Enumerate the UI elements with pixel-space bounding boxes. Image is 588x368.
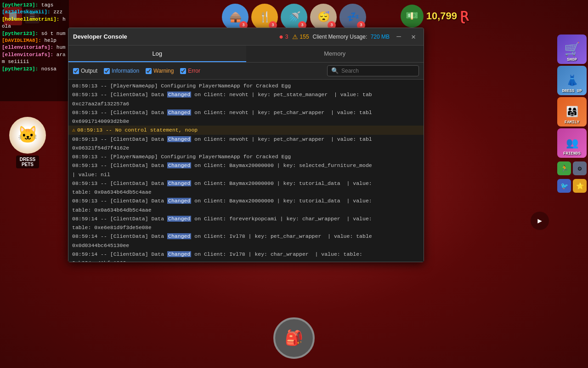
chat-panel: [pyther123]: tags [az34leskawaii]: zzz […: [0, 0, 69, 101]
log-line-9: 08:59:14 -- [ClientData] Data Changed on…: [68, 214, 424, 223]
chat-line-5: [DAVIDLIMA8]: help: [2, 37, 67, 44]
filter-information-checkbox[interactable]: Information: [104, 68, 139, 74]
chat-line-8: [pyther123]: nossa: [2, 66, 67, 73]
console-title: Developer Console: [73, 33, 275, 40]
friends-button[interactable]: 👥 FRIENDS: [557, 128, 587, 158]
shop-label: SHOP: [557, 58, 587, 62]
run-icon-button[interactable]: 🏃: [557, 161, 571, 175]
currency-display: 💵 10,799 Ɽ: [401, 5, 469, 28]
warning-checkbox-input[interactable]: [146, 68, 152, 74]
pet-label: DRESSPETS: [16, 155, 39, 168]
log-line-4: 08:59:13 -- [ClientData] Data Changed on…: [68, 135, 424, 144]
robux-icon: Ɽ: [460, 9, 469, 24]
log-line-2: 08:59:13 -- [ClientData] Data Changed on…: [68, 90, 424, 99]
information-checkbox-input[interactable]: [104, 68, 110, 74]
console-filter-bar: Output Information Warning Error 🔍: [68, 63, 424, 80]
log-line-9b: table: 0xe6e81d9f3de5e08e: [68, 223, 424, 232]
backpack-button[interactable]: 🎒: [273, 317, 315, 359]
log-line-10b: 0x0d0344bc645130ee: [68, 241, 424, 250]
chat-line-4: [pyther123]: só t num: [2, 30, 67, 37]
developer-console: Developer Console ● 3 ⚠ 155 Client Memor…: [68, 28, 424, 262]
log-line-3b: 0x69917140093d2b8e: [68, 117, 424, 126]
twitter-icon-button[interactable]: 🐦: [557, 179, 571, 193]
error-circle-icon: ●: [279, 33, 283, 41]
dress-label: DRESS UP: [557, 89, 587, 93]
search-input[interactable]: [341, 68, 415, 74]
pet-panel[interactable]: 🐱 DRESSPETS: [5, 110, 51, 175]
right-sidebar: 🛒 SHOP 👗 DRESS UP 👨‍👩‍👧 FAMILY 👥 FRIENDS…: [556, 0, 588, 368]
log-line-6b: | value: nil: [68, 170, 424, 179]
log-line-8: 08:59:13 -- [ClientData] Data Changed on…: [68, 196, 424, 205]
backpack-icon: 🎒: [285, 329, 303, 347]
log-line-11: 08:59:14 -- [ClientData] Data Changed on…: [68, 250, 424, 259]
tab-memory[interactable]: Memory: [246, 46, 424, 62]
shop-button[interactable]: 🛒 SHOP: [557, 34, 587, 64]
dress-up-button[interactable]: 👗 DRESS UP: [557, 66, 587, 95]
tab-log[interactable]: Log: [68, 46, 246, 62]
play-arrow-button[interactable]: ▶: [531, 212, 549, 230]
bottom-sidebar-icons: 🏃 ⚙️: [557, 161, 587, 175]
filter-error-checkbox[interactable]: Error: [180, 68, 200, 74]
currency-amount: 10,799: [426, 10, 457, 22]
settings-icon-button[interactable]: ⚙️: [573, 161, 587, 175]
output-checkbox-input[interactable]: [73, 68, 79, 74]
log-line-4b: 0x06321f54d7f4162e: [68, 144, 424, 152]
warning-triangle-icon: ⚠: [292, 33, 298, 40]
family-label: FAMILY: [557, 120, 587, 125]
star-icon-button[interactable]: ⭐: [573, 179, 587, 193]
log-line-3: 08:59:13 -- [ClientData] Data Changed on…: [68, 108, 424, 117]
friends-label: FRIENDS: [557, 151, 587, 156]
log-line-7: 08:59:13 -- [ClientData] Data Changed on…: [68, 179, 424, 188]
error-checkbox-input[interactable]: [180, 68, 186, 74]
search-icon: 🔍: [331, 67, 339, 75]
log-line-11b: 0xb934ee41bfc1962e: [68, 259, 424, 262]
console-memory-info: Client Memory Usage: 720 MB: [313, 34, 390, 40]
chat-line-1: [pyther123]: tags: [2, 2, 67, 9]
chat-line-7: [ellenvitoriafs]: aram seiiiii: [2, 52, 67, 66]
console-minimize-button[interactable]: —: [393, 31, 404, 42]
chat-line-2: [az34leskawaii]: zzz: [2, 9, 67, 16]
chat-line-6: [ellenvitoriafs]: hum: [2, 44, 67, 51]
console-tabs: Log Memory: [68, 46, 424, 63]
bottom-sidebar-icons-2: 🐦 ⭐: [557, 179, 587, 193]
console-log-area[interactable]: 08:59:13 -- [PlayerNameApp] Configuring …: [68, 80, 424, 262]
console-error-badge: ● 3: [279, 33, 288, 41]
log-line-7b: table: 0x0a634b64db5c4aae: [68, 188, 424, 196]
console-warning-badge: ⚠ 155: [292, 33, 309, 40]
pet-avatar: 🐱: [9, 117, 46, 154]
log-line-2b: 0xc27aa2af132257a6: [68, 99, 424, 108]
filter-warning-checkbox[interactable]: Warning: [146, 68, 174, 74]
console-search-box[interactable]: 🔍: [327, 65, 419, 76]
log-line-5: 08:59:13 -- [PlayerNameApp] Configuring …: [68, 152, 424, 161]
chat-line-3: [holumellamotrini]: hola: [2, 16, 67, 30]
log-line-8b: table: 0x0a634b64db5c4aae: [68, 206, 424, 214]
filter-output-checkbox[interactable]: Output: [73, 68, 97, 74]
memory-value: 720 MB: [371, 34, 390, 40]
log-line-1: 08:59:13 -- [PlayerNameApp] Configuring …: [68, 81, 424, 90]
currency-icon: 💵: [401, 5, 424, 28]
log-line-10: 08:59:14 -- [ClientData] Data Changed on…: [68, 232, 424, 241]
log-line-6: 08:59:13 -- [ClientData] Data Changed on…: [68, 161, 424, 170]
log-line-warning: ⚠08:59:13 -- No control statement, noop: [68, 126, 424, 134]
console-titlebar: Developer Console ● 3 ⚠ 155 Client Memor…: [68, 28, 424, 46]
console-close-button[interactable]: ✕: [408, 31, 419, 42]
family-button[interactable]: 👨‍👩‍👧 FAMILY: [557, 97, 587, 126]
